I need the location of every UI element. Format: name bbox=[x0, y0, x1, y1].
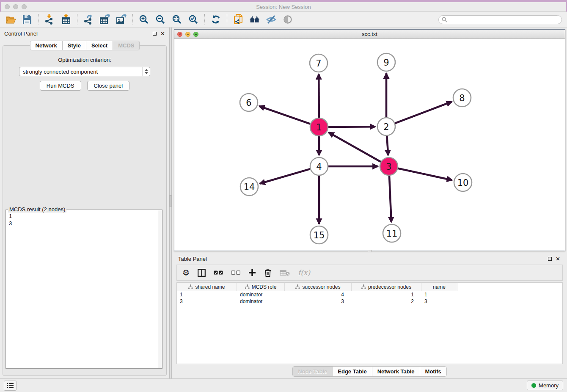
export-network-icon[interactable] bbox=[83, 14, 94, 25]
graph-node-10[interactable]: 10 bbox=[454, 174, 472, 191]
graph-edge-1-7[interactable] bbox=[319, 74, 319, 118]
graph-node-2[interactable]: 2 bbox=[377, 118, 395, 135]
select-all-rows-icon[interactable] bbox=[214, 271, 223, 275]
import-network-icon[interactable] bbox=[44, 14, 55, 25]
graph-edge-3-11[interactable] bbox=[389, 176, 391, 222]
network-close-button[interactable]: ✕ bbox=[177, 32, 182, 37]
create-new-column-icon[interactable] bbox=[248, 269, 256, 276]
first-neighbors-icon[interactable] bbox=[249, 14, 260, 25]
table-cell: dominator bbox=[237, 298, 285, 304]
zoom-out-icon[interactable] bbox=[155, 14, 166, 25]
graph-node-1[interactable]: 1 bbox=[310, 118, 328, 136]
table-panel-title: Table Panel bbox=[178, 256, 207, 262]
toolbar-separator bbox=[227, 14, 227, 25]
graph-edge-2-3[interactable] bbox=[387, 136, 388, 155]
open-session-icon[interactable] bbox=[5, 14, 16, 25]
window-titlebar: Session: New Session bbox=[0, 2, 567, 12]
column-header-name[interactable]: name bbox=[421, 283, 457, 291]
panel-splitter[interactable] bbox=[169, 28, 172, 378]
network-minimize-button[interactable]: − bbox=[185, 32, 190, 37]
network-window-titlebar[interactable]: ✕ − + scc.txt bbox=[174, 30, 565, 39]
tab-edge-table[interactable]: Edge Table bbox=[332, 367, 372, 376]
zoom-selected-icon[interactable] bbox=[188, 14, 199, 25]
graph-node-14[interactable]: 14 bbox=[240, 178, 258, 196]
global-search[interactable] bbox=[438, 15, 562, 24]
application-window: Session: New Session bbox=[0, 0, 567, 392]
table-settings-icon[interactable]: ⚙ bbox=[182, 269, 190, 277]
table-header-row: shared name MCDS role successor nodes bbox=[177, 283, 562, 291]
table-panel: Table Panel ✕ ⚙ bbox=[174, 254, 565, 378]
mcds-result-text[interactable]: 1 3 bbox=[6, 210, 162, 229]
graph-edge-1-6[interactable] bbox=[259, 106, 311, 124]
graph-edge-3-1[interactable] bbox=[329, 133, 381, 162]
delete-columns-icon[interactable] bbox=[264, 268, 272, 277]
new-network-from-selection-icon[interactable] bbox=[233, 14, 244, 25]
graph-edge-1-2[interactable] bbox=[328, 127, 375, 127]
svg-text:4: 4 bbox=[316, 162, 322, 172]
network-view-window: ✕ − + scc.txt 7968124314101511 bbox=[174, 29, 565, 251]
run-mcds-button[interactable]: Run MCDS bbox=[40, 81, 81, 91]
graph-edge-2-8[interactable] bbox=[395, 102, 452, 123]
column-type-icon bbox=[361, 284, 366, 289]
toolbar-separator bbox=[77, 14, 77, 25]
float-panel-icon[interactable] bbox=[153, 32, 157, 36]
network-canvas[interactable]: 7968124314101511 bbox=[174, 39, 565, 251]
toolbar-separator bbox=[38, 14, 39, 25]
column-header-successor-nodes[interactable]: successor nodes bbox=[285, 283, 352, 291]
column-header-shared-name[interactable]: shared name bbox=[177, 283, 237, 291]
function-builder-icon[interactable]: f(x) bbox=[298, 268, 310, 277]
export-image-icon[interactable] bbox=[116, 14, 127, 25]
tab-network[interactable]: Network bbox=[30, 41, 63, 50]
graph-node-8[interactable]: 8 bbox=[453, 89, 471, 107]
column-header-mcds-role[interactable]: MCDS role bbox=[237, 283, 285, 291]
optimization-criterion-label: Optimization criterion: bbox=[3, 57, 166, 63]
column-type-icon bbox=[188, 284, 193, 289]
graph-node-11[interactable]: 11 bbox=[383, 224, 401, 242]
apply-layout-icon[interactable] bbox=[210, 14, 221, 25]
zoom-in-icon[interactable] bbox=[138, 14, 149, 25]
memory-button[interactable]: Memory bbox=[527, 381, 563, 390]
graph-node-9[interactable]: 9 bbox=[377, 53, 395, 71]
graph-node-4[interactable]: 4 bbox=[310, 157, 328, 175]
column-type-icon bbox=[295, 284, 300, 289]
deselect-all-rows-icon[interactable] bbox=[231, 271, 240, 275]
network-maximize-button[interactable]: + bbox=[193, 32, 198, 37]
task-history-button[interactable] bbox=[4, 381, 17, 391]
export-table-icon[interactable] bbox=[99, 14, 110, 25]
graph-node-15[interactable]: 15 bbox=[310, 226, 328, 244]
result-scrollbar[interactable] bbox=[158, 210, 162, 368]
close-panel-icon[interactable]: ✕ bbox=[160, 31, 165, 36]
tab-select[interactable]: Select bbox=[86, 41, 113, 50]
delete-table-icon[interactable] bbox=[280, 270, 290, 276]
graph-node-6[interactable]: 6 bbox=[240, 94, 258, 111]
toggle-panel-layout-icon[interactable] bbox=[198, 269, 206, 277]
memory-label: Memory bbox=[539, 382, 559, 389]
splitter-handle[interactable] bbox=[169, 195, 172, 207]
graph-node-3[interactable]: 3 bbox=[380, 157, 398, 175]
optimization-criterion-select[interactable]: strongly connected component bbox=[19, 67, 150, 76]
select-stepper-icon bbox=[142, 67, 150, 76]
table-cell: 4 bbox=[285, 292, 352, 298]
close-table-panel-icon[interactable]: ✕ bbox=[556, 256, 560, 262]
float-table-panel-icon[interactable] bbox=[548, 257, 552, 261]
graph-edge-3-10[interactable] bbox=[398, 168, 452, 180]
graph-node-7[interactable]: 7 bbox=[310, 54, 328, 72]
close-panel-button[interactable]: Close panel bbox=[87, 81, 130, 91]
graph-edge-4-14[interactable] bbox=[260, 169, 310, 184]
tab-motifs[interactable]: Motifs bbox=[420, 367, 446, 376]
column-header-filler bbox=[457, 283, 562, 291]
save-session-icon[interactable] bbox=[22, 14, 33, 25]
table-row[interactable]: 3dominator323 bbox=[177, 298, 562, 305]
show-all-icon[interactable] bbox=[282, 14, 293, 25]
table-row[interactable]: 1dominator411 bbox=[177, 291, 562, 298]
import-table-icon[interactable] bbox=[61, 14, 72, 25]
column-header-predecessor-nodes[interactable]: predecessor nodes bbox=[352, 283, 421, 291]
zoom-fit-icon[interactable] bbox=[171, 14, 182, 25]
tab-style[interactable]: Style bbox=[62, 41, 86, 50]
hide-selected-icon[interactable] bbox=[266, 14, 277, 25]
tab-node-table[interactable]: Node Table bbox=[293, 367, 332, 376]
tab-network-table[interactable]: Network Table bbox=[372, 367, 420, 376]
tab-mcds[interactable]: MCDS bbox=[113, 41, 140, 50]
network-resize-handle[interactable] bbox=[368, 250, 372, 252]
search-input[interactable] bbox=[449, 17, 559, 22]
